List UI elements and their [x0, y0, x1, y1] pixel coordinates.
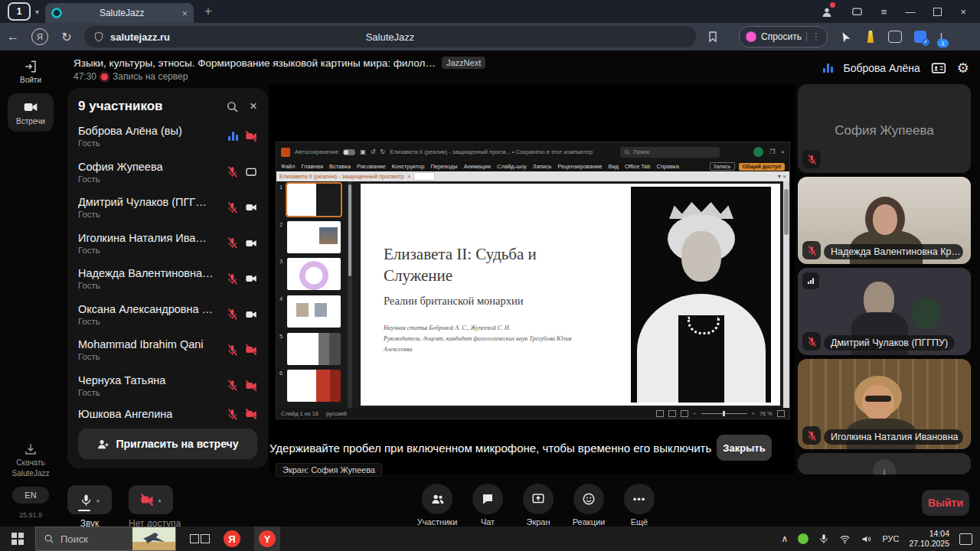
antivirus-icon[interactable]	[798, 533, 808, 544]
slide-thumbnail-1[interactable]	[287, 184, 341, 216]
video-tile-nadezhda[interactable]: Надежда Валентиновна Кр…	[798, 177, 971, 264]
participant-row[interactable]: Чернуха Татьяна Гость	[78, 368, 257, 404]
menu-record[interactable]: Запись	[533, 163, 552, 170]
video-tile-dmitry[interactable]: Дмитрий Чулаков (ПГГПУ)	[798, 268, 971, 355]
ppt-search-box[interactable]: Поиск	[620, 147, 720, 158]
slide-thumbnail-3[interactable]	[287, 258, 341, 290]
menu-file[interactable]: Файл	[281, 163, 295, 170]
office-tab-new[interactable]	[413, 172, 435, 181]
undo-icon[interactable]: ↺	[371, 148, 376, 155]
ask-ai-button[interactable]: Спросить ⋮	[739, 26, 828, 47]
slide-thumbnail-6[interactable]	[287, 370, 341, 402]
account-avatar[interactable]	[753, 147, 763, 157]
zoom-percent[interactable]: 76 %	[760, 410, 773, 417]
pointer-extension-icon[interactable]	[840, 30, 853, 44]
tiles-scroll-down[interactable]: ↓	[798, 453, 971, 474]
reactions-button[interactable]: Реакции	[569, 484, 609, 527]
back-icon[interactable]: ←	[0, 30, 26, 44]
keyboard-language[interactable]: РУС	[882, 534, 899, 543]
view-sorter-icon[interactable]	[668, 410, 676, 417]
view-normal-icon[interactable]	[656, 410, 664, 417]
address-bar[interactable]: salutejazz.ru SaluteJazz	[84, 26, 696, 47]
slide-thumbnail-5[interactable]	[287, 333, 341, 365]
tab-group-chevron-icon[interactable]: ▾	[35, 8, 39, 16]
wifi-icon[interactable]	[839, 533, 851, 545]
arrow-down-icon[interactable]: ↓	[873, 459, 896, 474]
zoom-out-icon[interactable]: −	[693, 410, 696, 417]
doc-extension-icon[interactable]: ✓	[914, 31, 926, 43]
login-button[interactable]: Войти	[9, 60, 52, 84]
participant-row[interactable]: Юшкова Ангелина	[78, 403, 257, 425]
clock[interactable]: 14:04 27.10.2025	[909, 529, 949, 549]
task-view-icon[interactable]	[190, 534, 210, 543]
browser-tab[interactable]: SaluteJazz ×	[45, 3, 194, 23]
taskbar-search[interactable]: Поиск	[35, 527, 176, 551]
download-app-button[interactable]: Скачать SaluteJazz	[5, 442, 57, 478]
participant-row[interactable]: Боброва Алёна (вы) Гость	[78, 119, 257, 155]
save-icon[interactable]: ▣	[360, 148, 366, 155]
video-tile-sofia[interactable]: София Жупеева	[798, 84, 971, 173]
participant-row[interactable]: Дмитрий Чулаков (ПГГ… Гость	[78, 190, 257, 226]
document-language[interactable]: русский	[326, 410, 347, 417]
meetings-button[interactable]: Встречи	[8, 93, 54, 132]
tray-mic-icon[interactable]	[818, 533, 829, 544]
tag-extension-icon[interactable]	[888, 31, 902, 43]
invite-button[interactable]: Пригласить на встречу	[78, 429, 257, 459]
ppt-share-button[interactable]: Общий доступ	[739, 163, 785, 171]
yandex-browser-icon[interactable]: Y	[254, 527, 280, 551]
ask-ai-more-icon[interactable]: ⋮	[806, 31, 821, 42]
menu-insert[interactable]: Вставка	[329, 163, 351, 170]
office-tab[interactable]: Елизавета II (реалии) - защищенный просм…	[279, 173, 410, 180]
ppt-restore-icon[interactable]: ❐	[769, 148, 775, 155]
new-tab-button[interactable]: +	[204, 4, 212, 19]
browser-menu-icon[interactable]: ≡	[881, 6, 887, 18]
chat-button[interactable]: Чат	[468, 484, 508, 527]
notification-center-icon[interactable]	[959, 533, 972, 545]
close-icon[interactable]: ×	[250, 99, 257, 114]
slide-thumbnail-2[interactable]	[287, 221, 341, 253]
tab-close-icon[interactable]: ×	[181, 8, 188, 19]
profile-icon[interactable]	[821, 5, 833, 18]
zoom-slider[interactable]	[701, 413, 747, 414]
slide-thumbnail-4[interactable]	[287, 295, 341, 328]
search-icon[interactable]	[226, 100, 239, 113]
ppt-close-icon[interactable]: ×	[781, 148, 785, 155]
screen-share-button[interactable]: Экран	[518, 484, 558, 527]
mic-options-chevron[interactable]: ▴	[96, 497, 100, 504]
participant-row[interactable]: София Жупеева Гость	[78, 155, 257, 191]
camera-options-chevron[interactable]: ▴	[158, 497, 161, 504]
menu-officetab[interactable]: Office Tab	[625, 163, 651, 170]
office-tab-controls[interactable]: ▾ ×	[778, 173, 786, 180]
redo-icon[interactable]: ↻	[380, 148, 385, 155]
menu-home[interactable]: Главная	[301, 163, 323, 170]
toast-close-button[interactable]: Закрыть	[717, 435, 772, 461]
contact-card-icon[interactable]	[931, 60, 946, 76]
downloads-icon[interactable]: ⭣1	[939, 30, 944, 44]
zoom-in-icon[interactable]: +	[752, 410, 755, 417]
window-close-button[interactable]: ×	[960, 6, 966, 18]
menu-draw[interactable]: Рисование	[357, 163, 386, 170]
thumbnails-scrollbar[interactable]	[348, 181, 352, 408]
office-tab-close-icon[interactable]: ×	[407, 173, 410, 180]
slide-scrollbar[interactable]	[783, 181, 789, 408]
yandex-services-icon[interactable]: Я	[31, 28, 48, 45]
autosave-toggle[interactable]	[343, 149, 355, 155]
bookmark-icon[interactable]	[707, 31, 719, 43]
tray-expand-icon[interactable]: ∧	[782, 533, 789, 544]
menu-view[interactable]: Вид	[608, 163, 619, 170]
tab-group-count[interactable]: 1	[8, 2, 31, 21]
speaker-icon[interactable]	[861, 533, 872, 545]
settings-gear-icon[interactable]: ⚙	[957, 60, 969, 77]
ppt-record-button[interactable]: Запись	[710, 162, 735, 171]
menu-transitions[interactable]: Переходы	[430, 163, 457, 170]
shared-screen[interactable]: Автосохранение ▣ ↺ ↻ Елизавета II (реали…	[270, 84, 795, 474]
tower-extension-icon[interactable]	[865, 31, 876, 43]
participant-row[interactable]: Оксана Александровна … Гость	[78, 297, 257, 333]
mic-control[interactable]: ▴ Звук	[67, 485, 112, 529]
menu-slideshow[interactable]: Слайд-шоу	[497, 163, 527, 170]
menu-design[interactable]: Конструктор	[392, 163, 425, 170]
window-restore-button[interactable]	[933, 8, 942, 16]
participant-row[interactable]: Надежда Валентиновна… Гость	[78, 261, 257, 297]
more-button[interactable]: ••• Ещё	[619, 484, 659, 527]
refresh-icon[interactable]: ↻	[54, 30, 80, 44]
